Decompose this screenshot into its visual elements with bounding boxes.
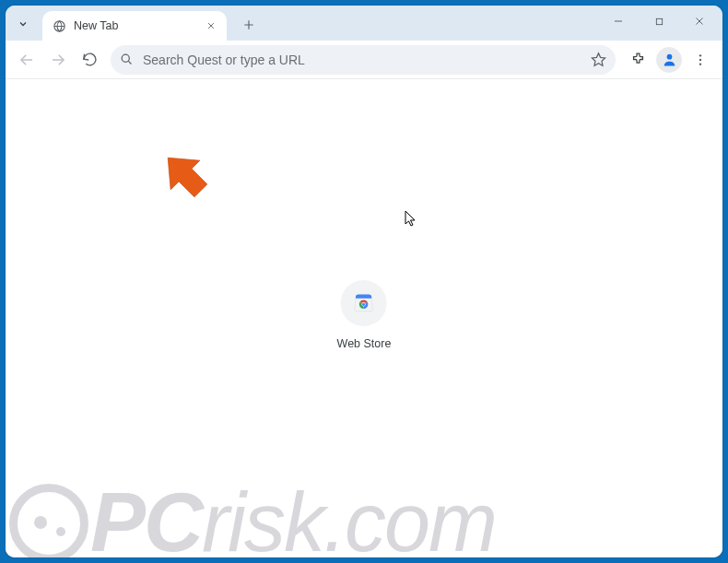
svg-rect-6 (656, 18, 662, 24)
svg-point-16 (699, 58, 701, 60)
new-tab-button[interactable] (236, 12, 262, 38)
toolbar (6, 41, 722, 79)
svg-point-20 (362, 303, 365, 306)
menu-button[interactable] (686, 45, 715, 75)
annotation-arrow-icon (155, 145, 219, 213)
window-controls (599, 7, 719, 35)
forward-button[interactable] (44, 46, 72, 74)
chrome-web-store-icon (352, 289, 376, 317)
profile-avatar[interactable] (656, 47, 682, 73)
browser-window: New Tab (6, 6, 722, 557)
omnibox[interactable] (111, 45, 616, 75)
globe-icon (52, 18, 66, 33)
svg-marker-13 (592, 53, 605, 65)
shortcut-web-store[interactable]: Web Store (337, 280, 392, 350)
svg-point-11 (122, 54, 129, 62)
extensions-button[interactable] (623, 45, 652, 75)
search-icon (120, 53, 134, 66)
watermark-text-head: PC (90, 475, 202, 557)
shortcut-label: Web Store (337, 337, 392, 350)
reload-button[interactable] (76, 46, 103, 74)
mouse-cursor-icon (405, 210, 419, 232)
bookmark-star-icon[interactable] (591, 52, 606, 67)
shortcut-tile (341, 280, 387, 326)
tab-title: New Tab (74, 19, 195, 32)
watermark-text-tail: risk.com (202, 475, 496, 557)
watermark-logo-icon (9, 484, 88, 558)
svg-point-14 (666, 54, 672, 60)
svg-line-12 (128, 61, 131, 64)
watermark: PCrisk.com (9, 475, 496, 557)
minimize-button[interactable] (599, 7, 638, 35)
svg-point-15 (699, 54, 701, 56)
back-button[interactable] (13, 46, 41, 74)
tab-search-button[interactable] (11, 12, 35, 36)
window-close-button[interactable] (680, 7, 719, 35)
address-input[interactable] (143, 53, 581, 67)
maximize-button[interactable] (640, 7, 678, 35)
tab-active[interactable]: New Tab (42, 11, 227, 41)
svg-point-17 (699, 63, 701, 65)
titlebar: New Tab (6, 6, 722, 41)
tab-close-button[interactable] (203, 18, 219, 34)
new-tab-content: Web Store PCrisk.com (6, 79, 722, 557)
